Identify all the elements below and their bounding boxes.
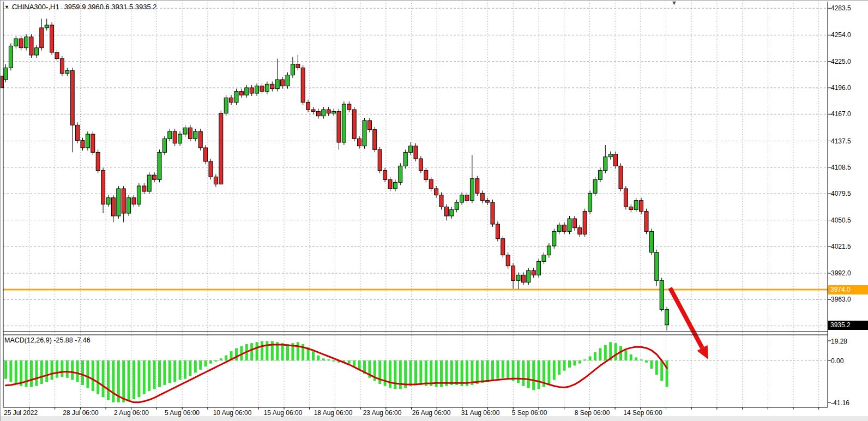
candle-body xyxy=(265,84,269,91)
candle-body xyxy=(572,219,576,228)
candle-body xyxy=(501,239,505,255)
candle-body xyxy=(470,179,474,201)
candle-body xyxy=(496,224,499,239)
candle-body xyxy=(439,195,443,207)
candle-body xyxy=(660,280,664,309)
candle-body xyxy=(245,88,249,95)
candle-body xyxy=(327,110,330,113)
candle-body xyxy=(593,179,597,193)
macd-histogram-bar xyxy=(563,360,566,371)
macd-histogram-bar xyxy=(496,360,499,379)
macd-histogram-bar xyxy=(137,360,140,397)
candle-body xyxy=(578,228,582,234)
macd-histogram-bar xyxy=(578,360,581,364)
macd-histogram-bar xyxy=(532,360,535,390)
candle-body xyxy=(419,159,423,171)
candle-body xyxy=(588,193,592,211)
macd-histogram-bar xyxy=(194,360,197,372)
macd-histogram-bar xyxy=(199,360,202,370)
candle-body xyxy=(301,68,305,102)
candle-body xyxy=(209,161,213,177)
macd-signal-line xyxy=(6,345,667,402)
candle-body xyxy=(640,201,643,212)
macd-histogram-bar xyxy=(502,360,504,378)
macd-histogram-bar xyxy=(655,360,658,375)
candle-body xyxy=(55,52,59,59)
time-axis-label: 18 Aug 06:00 xyxy=(314,409,353,417)
candle-body xyxy=(583,212,587,234)
candle-body xyxy=(363,121,366,146)
chart-dropdown-icon: ▼ xyxy=(4,4,9,10)
macd-histogram-bar xyxy=(66,360,69,378)
candle-body xyxy=(198,131,202,148)
candle-body xyxy=(137,186,141,204)
chart-canvas[interactable] xyxy=(1,1,868,421)
candle-body xyxy=(306,103,310,110)
candle-body xyxy=(239,92,243,95)
macd-histogram-bar xyxy=(25,360,28,387)
time-axis-label: 14 Sep 06:00 xyxy=(623,409,662,417)
macd-histogram-bar xyxy=(599,348,601,360)
macd-histogram-bar xyxy=(455,360,458,385)
macd-histogram-bar xyxy=(384,360,387,386)
macd-histogram-bar xyxy=(568,360,571,368)
candle-body xyxy=(619,166,623,189)
candle-body xyxy=(291,64,294,75)
macd-histogram-bar xyxy=(322,358,325,360)
macd-histogram-bar xyxy=(333,360,335,362)
candle-body xyxy=(614,154,618,166)
macd-histogram-bar xyxy=(624,350,627,360)
candle-body xyxy=(4,68,8,80)
macd-histogram-bar xyxy=(630,354,632,360)
macd-histogram-bar xyxy=(214,360,217,362)
candle-body xyxy=(111,198,115,216)
price-axis-label: 4079.5 xyxy=(831,190,851,197)
macd-histogram-bar xyxy=(102,360,105,397)
candle-body xyxy=(604,157,607,171)
macd-histogram-bar xyxy=(184,360,186,379)
candle-body xyxy=(480,193,484,200)
macd-histogram-bar xyxy=(614,343,617,360)
macd-histogram-bar xyxy=(297,342,299,360)
candle-body xyxy=(281,80,285,86)
macd-histogram-bar xyxy=(645,360,648,363)
candle-body xyxy=(60,59,64,74)
candle-body xyxy=(444,207,448,216)
candle-body xyxy=(147,175,151,191)
macd-histogram-bar xyxy=(153,360,156,389)
chart-shift-marker-icon[interactable]: ▼ xyxy=(671,0,677,6)
candle-body xyxy=(429,179,433,189)
candle-body xyxy=(142,186,146,191)
candle-body xyxy=(383,171,387,180)
macd-histogram-bar xyxy=(476,360,479,384)
candle-body xyxy=(91,134,95,152)
price-axis-label: 4108.5 xyxy=(831,164,851,171)
candle-body xyxy=(117,189,120,216)
macd-histogram-bar xyxy=(409,360,412,386)
macd-histogram-bar xyxy=(40,360,43,384)
macd-histogram-bar xyxy=(92,360,94,391)
candle-body xyxy=(563,225,566,232)
macd-histogram-bar xyxy=(189,360,191,376)
candle-body xyxy=(250,88,254,93)
candle-body xyxy=(624,189,628,207)
macd-histogram-bar xyxy=(660,360,663,381)
macd-histogram-bar xyxy=(594,352,596,360)
candle-body xyxy=(25,37,28,48)
time-axis-label: 31 Aug 06:00 xyxy=(461,409,500,417)
macd-histogram-bar xyxy=(107,360,110,400)
price-axis-label: 4283.5 xyxy=(831,4,851,12)
macd-histogram-bar xyxy=(128,360,130,401)
candle-body xyxy=(322,110,326,116)
macd-histogram-bar xyxy=(522,360,525,386)
macd-histogram-bar xyxy=(491,360,494,381)
macd-histogram-bar xyxy=(635,357,637,360)
candle-body xyxy=(608,154,612,157)
macd-histogram-bar xyxy=(538,360,540,389)
candle-body xyxy=(275,80,279,89)
candle-body xyxy=(40,28,44,48)
macd-histogram-bar xyxy=(281,343,284,360)
macd-histogram-bar xyxy=(168,360,171,383)
candle-body xyxy=(96,152,100,170)
candle-body xyxy=(629,207,633,209)
